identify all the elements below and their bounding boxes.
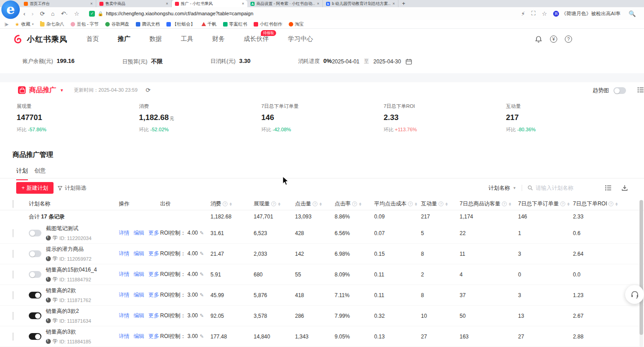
metric-settings-icon[interactable] bbox=[637, 87, 644, 93]
tab-close-icon[interactable]: × bbox=[166, 1, 168, 6]
info-icon[interactable]: ? bbox=[271, 201, 276, 206]
sort-icon[interactable]: ▲▼ bbox=[319, 202, 322, 206]
action-编辑[interactable]: 编辑 bbox=[134, 250, 144, 258]
nav-item-学习中心[interactable]: 学习中心 bbox=[288, 35, 313, 43]
action-更多[interactable]: 更多 bbox=[148, 312, 159, 320]
action-详情[interactable]: 详情 bbox=[119, 312, 130, 320]
action-更多[interactable]: 更多 bbox=[148, 271, 159, 278]
date-start[interactable]: 2025-04-01 bbox=[332, 58, 359, 65]
tab-close-icon[interactable]: × bbox=[317, 1, 319, 6]
home-button[interactable]: ⌂ bbox=[51, 10, 55, 17]
edit-pencil-icon[interactable]: ✎ bbox=[200, 230, 204, 236]
bookmark-star-icon[interactable]: ☆ bbox=[542, 10, 547, 17]
help-icon[interactable]: ? bbox=[565, 36, 572, 43]
info-icon[interactable]: ? bbox=[408, 201, 413, 206]
sort-icon[interactable]: ▲▼ bbox=[229, 202, 232, 206]
new-plan-button[interactable]: +新建计划 bbox=[16, 182, 54, 194]
customer-service-button[interactable] bbox=[625, 285, 644, 304]
plan-enable-toggle[interactable] bbox=[29, 271, 41, 278]
plan-name[interactable]: 销量高的15款0416_4 bbox=[46, 266, 97, 274]
info-icon[interactable]: ? bbox=[608, 201, 613, 206]
action-详情[interactable]: 详情 bbox=[119, 333, 130, 340]
plan-name[interactable]: 提示的潜力商品 bbox=[46, 245, 91, 253]
tab-close-icon[interactable]: × bbox=[90, 1, 93, 6]
row-checkbox[interactable] bbox=[13, 271, 13, 279]
browser-tab-0[interactable]: 首页工作台× bbox=[21, 0, 96, 7]
lightning-icon[interactable]: ⚡ bbox=[521, 10, 525, 17]
trend-toggle[interactable] bbox=[613, 87, 626, 94]
forward-button[interactable]: › bbox=[31, 10, 33, 17]
app-logo[interactable]: 小红书乘风 bbox=[13, 34, 67, 44]
info-icon[interactable]: ? bbox=[352, 201, 357, 206]
tab-close-icon[interactable]: × bbox=[242, 1, 244, 6]
info-icon[interactable]: ? bbox=[502, 201, 507, 206]
search-icon[interactable]: 🔍 bbox=[629, 10, 636, 17]
action-更多[interactable]: 更多 bbox=[148, 250, 159, 258]
action-编辑[interactable]: 编辑 bbox=[134, 271, 144, 278]
date-range[interactable]: 2025-04-01至2025-04-30 bbox=[332, 58, 412, 65]
plan-enable-toggle[interactable] bbox=[29, 250, 41, 257]
bookmarks-toggle-icon[interactable]: |▶ bbox=[4, 22, 9, 27]
nav-item-推广[interactable]: 推广 bbox=[118, 35, 130, 43]
sort-icon[interactable]: ▲▼ bbox=[615, 202, 618, 206]
info-icon[interactable]: ? bbox=[313, 201, 318, 206]
info-icon[interactable]: ? bbox=[223, 201, 228, 206]
sort-icon[interactable]: ▲▼ bbox=[567, 202, 570, 206]
bookmark-0[interactable]: ★收藏▾ bbox=[15, 21, 33, 27]
plan-enable-toggle[interactable] bbox=[29, 312, 41, 319]
action-更多[interactable]: 更多 bbox=[148, 229, 159, 237]
tab-计划[interactable]: 计划 bbox=[16, 167, 28, 180]
sort-icon[interactable]: ▲▼ bbox=[359, 202, 362, 206]
bookmark-4[interactable]: 腾讯文档 bbox=[136, 21, 160, 27]
chevron-down-icon[interactable]: ▼ bbox=[60, 88, 64, 93]
edit-pencil-icon[interactable]: ✎ bbox=[200, 251, 204, 257]
back-button[interactable]: ‹ bbox=[23, 10, 25, 17]
calendar-icon[interactable] bbox=[406, 58, 412, 65]
plan-enable-toggle[interactable] bbox=[29, 333, 41, 340]
nav-item-数据[interactable]: 数据 bbox=[149, 35, 162, 43]
action-详情[interactable]: 详情 bbox=[119, 250, 130, 258]
action-编辑[interactable]: 编辑 bbox=[134, 333, 144, 340]
security-shield-icon[interactable]: ✓ bbox=[89, 11, 95, 17]
address-bar[interactable]: https://chengfeng.xiaohongshu.com/cf/ad/… bbox=[106, 11, 253, 16]
refresh-icon[interactable]: ⟳ bbox=[146, 87, 151, 93]
bookmark-8[interactable]: 小红书创作 bbox=[254, 21, 282, 27]
plan-name[interactable]: 截图笔记测试 bbox=[46, 225, 91, 232]
tab-close-icon[interactable]: × bbox=[393, 1, 395, 6]
action-编辑[interactable]: 编辑 bbox=[134, 312, 144, 320]
browser-tab-4[interactable]: bb 幼儿园劳动教育计划总结方案…× bbox=[323, 0, 398, 7]
edit-pencil-icon[interactable]: ✎ bbox=[200, 271, 204, 277]
action-详情[interactable]: 详情 bbox=[119, 229, 130, 237]
collect-button[interactable]: ☆ bbox=[74, 10, 80, 17]
action-更多[interactable]: 更多 bbox=[148, 333, 159, 340]
bookmark-6[interactable]: 千帆 bbox=[201, 21, 217, 27]
plan-enable-toggle[interactable] bbox=[29, 292, 41, 298]
date-end[interactable]: 2025-04-30 bbox=[373, 58, 401, 65]
action-详情[interactable]: 详情 bbox=[119, 271, 130, 278]
row-checkbox[interactable] bbox=[13, 250, 13, 258]
promo-title[interactable]: 商品推广 bbox=[29, 86, 56, 94]
action-编辑[interactable]: 编辑 bbox=[134, 291, 144, 299]
plan-name[interactable]: 销量高的3款 bbox=[46, 328, 91, 336]
hot-search[interactable]: 百 《荷塘月色》被检出高AI率 bbox=[553, 10, 620, 17]
browser-logo-icon[interactable]: e bbox=[1, 0, 20, 19]
scrollbar-thumb[interactable] bbox=[640, 200, 643, 335]
nav-item-首页[interactable]: 首页 bbox=[86, 35, 99, 43]
sort-icon[interactable]: ▲▼ bbox=[415, 202, 417, 206]
plan-name[interactable]: 销量高的3款2 bbox=[46, 307, 91, 315]
capture-icon[interactable]: ⛶ bbox=[532, 10, 536, 17]
action-详情[interactable]: 详情 bbox=[119, 291, 130, 299]
column-settings-icon[interactable] bbox=[605, 185, 612, 191]
reload-button[interactable]: ⟳ bbox=[40, 10, 45, 17]
info-icon[interactable]: ? bbox=[438, 201, 443, 206]
new-tab-button[interactable]: + bbox=[402, 0, 405, 7]
nav-item-成长伙伴[interactable]: 成长伙伴待领取 bbox=[244, 35, 269, 43]
row-checkbox[interactable] bbox=[13, 291, 13, 299]
bookmark-1[interactable]: 杂七杂八 bbox=[40, 21, 64, 27]
plan-filter-button[interactable]: 计划筛选 bbox=[58, 184, 86, 192]
finance-icon[interactable]: ¥ bbox=[550, 36, 557, 43]
row-checkbox[interactable] bbox=[13, 333, 13, 341]
tab-创意[interactable]: 创意 bbox=[34, 167, 46, 179]
nav-item-工具[interactable]: 工具 bbox=[181, 35, 193, 43]
notification-bell-icon[interactable] bbox=[535, 36, 542, 43]
